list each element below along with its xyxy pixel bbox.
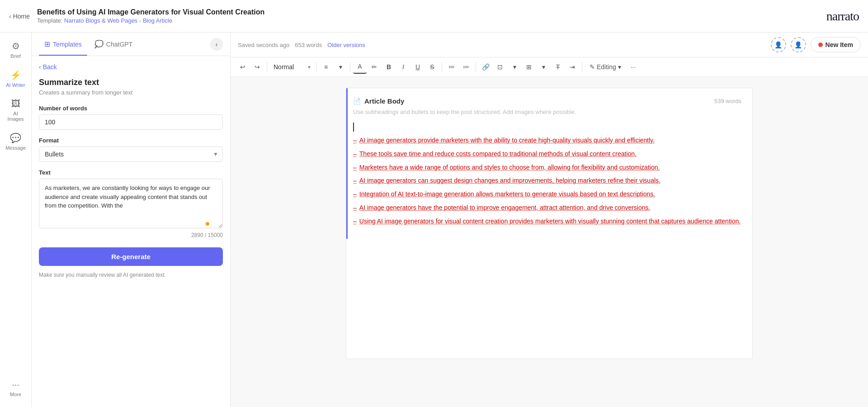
toolbar-sep-5 [476, 62, 476, 71]
strikethrough-icon: S [430, 63, 434, 71]
panel-content: ‹ Back Summarize text Creates a summary … [32, 56, 230, 407]
home-link[interactable]: ‹ Home [9, 13, 30, 20]
text-color-button[interactable]: A [353, 60, 367, 74]
table-icon: ⊞ [526, 63, 532, 71]
older-versions-link[interactable]: Older versions [327, 42, 365, 48]
back-button[interactable]: ‹ Back [39, 63, 57, 71]
undo-button[interactable]: ↩ [236, 60, 250, 74]
chevron-left-icon: ‹ [9, 13, 11, 20]
image-dropdown-button[interactable]: ▾ [508, 60, 521, 74]
sidebar-item-brief[interactable]: ⚙ Brief [2, 36, 29, 63]
undo-icon: ↩ [240, 63, 245, 71]
text-cursor [353, 123, 741, 132]
sidebar-item-more[interactable]: ··· More [2, 375, 29, 402]
text-field-group: Text As marketers, we are constantly loo… [39, 169, 223, 238]
sidebar-item-ai-writer[interactable]: ⚡ AI Writer [2, 65, 29, 92]
image-insert-icon: ⊡ [497, 63, 503, 71]
italic-icon: I [402, 63, 404, 71]
new-item-button[interactable]: New Item [811, 37, 861, 52]
doc-template-link[interactable]: Narrato Blogs & Web Pages - Blog Article [64, 17, 172, 24]
text-input[interactable]: As marketers, we are constantly looking … [39, 179, 223, 228]
user-avatar-button[interactable]: 👤 [771, 37, 786, 52]
italic-button[interactable]: I [396, 60, 410, 74]
gear-icon: ⚙ [12, 41, 20, 52]
table-dropdown-button[interactable]: ▾ [537, 60, 550, 74]
share-icon: 👤 [794, 41, 802, 48]
highlight-button[interactable]: ✏ [368, 60, 381, 74]
align-button[interactable]: ≡ [319, 60, 333, 74]
bullet-list-button[interactable]: ≔ [445, 60, 458, 74]
list-item: AI image generators can suggest design c… [353, 175, 741, 186]
table-button[interactable]: ⊞ [522, 60, 536, 74]
list-item: Marketers have a wide range of options a… [353, 162, 741, 173]
chevron-down-icon: ▾ [339, 63, 342, 71]
clear-format-icon: T [556, 63, 560, 71]
editor-main: 📄 Article Body 539 words Use subheadings… [231, 77, 868, 407]
tab-chatgpt[interactable]: 💭 ChatGPT [89, 36, 138, 52]
list-item: These tools save time and reduce costs c… [353, 149, 741, 160]
back-label: Back [43, 63, 57, 71]
sidebar-item-message[interactable]: 💬 Message [2, 128, 29, 155]
home-label: Home [13, 13, 30, 20]
clear-format-button[interactable]: T [551, 60, 565, 74]
sidebar-item-more-label: More [10, 392, 21, 397]
grid-icon: ⊞ [44, 40, 50, 48]
new-item-label: New Item [826, 41, 853, 48]
words-label: Number of words [39, 105, 223, 112]
redo-button[interactable]: ↪ [250, 60, 264, 74]
image-button[interactable]: ⊡ [493, 60, 507, 74]
header-left: ‹ Home Benefits of Using AI Image Genera… [9, 8, 264, 24]
lightning-icon: ⚡ [10, 70, 21, 80]
format-select-wrap: Normal Heading 1 Heading 2 Heading 3 ▼ [270, 62, 313, 72]
article-section-label: Article Body [364, 97, 404, 105]
link-button[interactable]: 🔗 [479, 60, 492, 74]
collapse-icon: ‹ [216, 41, 218, 48]
indent-button[interactable]: ⇥ [566, 60, 579, 74]
main-layout: ⚙ Brief ⚡ AI Writer 🖼 AI Images 💬 Messag… [0, 33, 868, 407]
doc-title: Benefits of Using AI Image Generators fo… [37, 8, 264, 16]
regenerate-button[interactable]: Re-generate [39, 247, 223, 266]
bold-button[interactable]: B [382, 60, 396, 74]
list-item: AI image generators provide marketers wi… [353, 135, 741, 146]
share-avatar-button[interactable]: 👤 [791, 37, 806, 52]
sidebar-item-ai-images[interactable]: 🖼 AI Images [2, 94, 29, 126]
article-body-header: 📄 Article Body 539 words [353, 97, 741, 105]
doc-template: Template: Narrato Blogs & Web Pages - Bl… [37, 17, 264, 24]
ordered-list-icon: ≔ [463, 63, 469, 71]
words-input[interactable] [39, 114, 223, 130]
align-dropdown-button[interactable]: ▾ [334, 60, 347, 74]
icon-sidebar: ⚙ Brief ⚡ AI Writer 🖼 AI Images 💬 Messag… [0, 33, 32, 407]
doc-info: Benefits of Using AI Image Generators fo… [37, 8, 264, 24]
text-format-select[interactable]: Normal Heading 1 Heading 2 Heading 3 [270, 62, 313, 72]
word-count-text: 653 words [295, 42, 322, 48]
textarea-wrap: As marketers, we are constantly looking … [39, 179, 223, 230]
format-select-wrap: Bullets Paragraphs Points ▼ [39, 147, 223, 162]
article-body-title: 📄 Article Body [353, 97, 404, 105]
editor-area: Saved seconds ago 653 words Older versio… [231, 33, 868, 407]
tab-templates[interactable]: ⊞ Templates [39, 36, 87, 52]
panel-collapse-button[interactable]: ‹ [210, 38, 223, 51]
section-title: Summarize text [39, 78, 223, 87]
more-options-button[interactable]: ··· [627, 60, 640, 74]
toolbar-sep-6 [582, 62, 582, 71]
bold-icon: B [387, 63, 391, 71]
panel-tabs: ⊞ Templates 💭 ChatGPT ‹ [32, 33, 230, 56]
edit-pencil-icon: ✎ [590, 63, 595, 71]
char-count: 2890 / 15000 [39, 232, 223, 238]
highlight-icon: ✏ [372, 63, 377, 71]
article-content[interactable]: AI image generators provide marketers wi… [353, 123, 741, 227]
red-dot-icon [818, 43, 823, 47]
strikethrough-button[interactable]: S [425, 60, 439, 74]
underline-icon: U [415, 63, 420, 71]
editing-mode-button[interactable]: ✎ Editing ▾ [585, 62, 626, 72]
user-icon: 👤 [774, 41, 782, 48]
tab-templates-label: Templates [53, 41, 82, 48]
editor-status-bar: Saved seconds ago 653 words Older versio… [238, 42, 365, 48]
top-header: ‹ Home Benefits of Using AI Image Genera… [0, 0, 868, 33]
disclaimer-text: Make sure you manually review all AI gen… [39, 271, 223, 279]
underline-button[interactable]: U [411, 60, 425, 74]
article-body-hint: Use subheadings and bullets to keep the … [353, 109, 741, 115]
format-select[interactable]: Bullets Paragraphs Points [39, 147, 223, 162]
bullet-list-icon: ≔ [448, 63, 455, 71]
ordered-list-button[interactable]: ≔ [459, 60, 473, 74]
